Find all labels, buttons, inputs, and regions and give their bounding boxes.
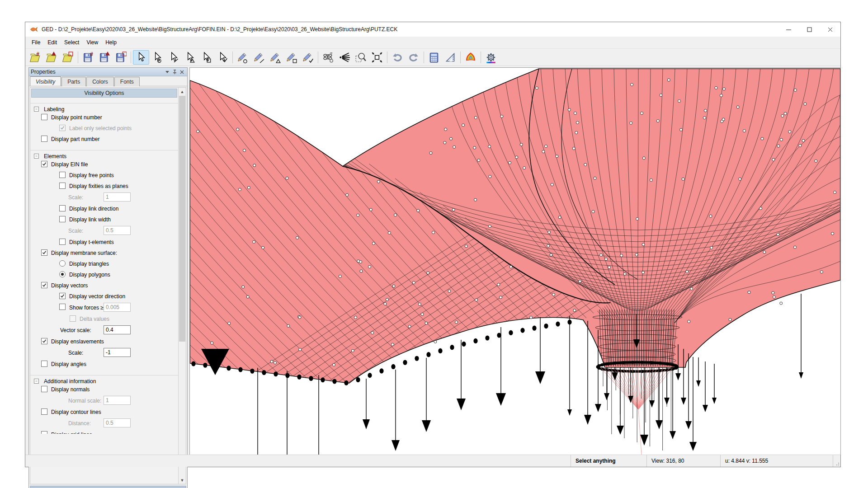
app-window: GED - D:\2_Projekte\Easy\2020\03_26_Webs… (25, 22, 841, 467)
edit-triangles-button[interactable] (267, 50, 283, 65)
select-quads-button[interactable] (198, 50, 214, 65)
orbit-view-button[interactable] (320, 50, 336, 65)
fem-view-button[interactable] (462, 50, 479, 65)
undo-button[interactable] (389, 50, 406, 65)
group-label: Elements (44, 153, 66, 160)
option-label: Display vectors (51, 282, 88, 289)
measure-button[interactable] (442, 50, 458, 65)
collapse-icon[interactable]: − (34, 379, 39, 384)
collapse-icon[interactable]: − (34, 154, 39, 159)
scroll-down-icon[interactable]: ▼ (179, 476, 186, 484)
checkbox[interactable] (41, 361, 47, 367)
measure-icon (444, 52, 456, 63)
edit-points-button[interactable] (235, 50, 251, 65)
edit-elements-button[interactable] (300, 50, 316, 65)
radio-button[interactable] (59, 271, 66, 277)
tab-fonts[interactable]: Fonts (114, 77, 140, 86)
toolbar-separator (232, 52, 233, 63)
open-square-file-button[interactable] (60, 50, 76, 65)
select-elements-button[interactable] (214, 50, 231, 65)
checkbox[interactable] (59, 205, 66, 211)
checkbox[interactable] (59, 183, 66, 189)
radio-display-triangles: Display triangles (30, 258, 178, 269)
radio-button[interactable] (59, 260, 66, 267)
edit-links-button[interactable] (251, 50, 267, 65)
tab-visibility[interactable]: Visibility (30, 76, 61, 86)
fem-view-icon (465, 52, 476, 63)
open-ein-file-icon: # (29, 52, 41, 63)
panel-pin-icon[interactable] (171, 69, 178, 75)
tab-parts[interactable]: Parts (61, 77, 86, 86)
checkbox[interactable] (41, 431, 47, 434)
checkbox[interactable] (41, 338, 47, 344)
option-label: Display enslavements (51, 338, 104, 345)
select-links-button[interactable] (165, 50, 182, 65)
select-triangles-button[interactable] (182, 50, 198, 65)
menu-help[interactable]: Help (102, 38, 120, 47)
checkbox[interactable] (41, 282, 47, 288)
checkbox (59, 125, 66, 131)
zoom-window-button[interactable] (353, 50, 369, 65)
menu-file[interactable]: File (28, 38, 44, 47)
group-labeling: − Labeling (30, 103, 178, 112)
panel-close-icon[interactable] (178, 69, 185, 75)
viewport-3d[interactable] (189, 67, 841, 455)
value-input[interactable] (104, 325, 131, 334)
checkbox[interactable] (59, 239, 66, 245)
open-ein-file-button[interactable]: # (27, 50, 43, 65)
checkbox[interactable] (41, 114, 47, 120)
select-links-icon (168, 52, 179, 63)
checkbox[interactable] (41, 386, 47, 392)
panel-menu-chevron-down-icon[interactable] (164, 69, 171, 75)
undo-icon (392, 52, 403, 63)
select-points-button[interactable] (149, 50, 165, 65)
checkbox[interactable] (59, 304, 66, 310)
option-label: Display t-elements (69, 239, 114, 245)
select-cursor-button[interactable] (133, 50, 149, 65)
toolbar-separator (481, 52, 481, 63)
select-cursor-icon (135, 52, 147, 63)
checkbox[interactable] (59, 216, 66, 222)
save-triangle-file-icon (99, 52, 110, 63)
zoom-extents-button[interactable] (369, 50, 385, 65)
save-triangle-file-button[interactable] (96, 50, 113, 65)
resize-grip[interactable] (833, 455, 840, 467)
menu-select[interactable]: Select (61, 38, 83, 47)
check-display-contour-lines: Display contour lines (30, 407, 178, 418)
checkbox[interactable] (59, 293, 66, 299)
menu-view[interactable]: View (83, 38, 102, 47)
checkbox[interactable] (41, 249, 47, 256)
open-triangle-file-button[interactable] (43, 50, 60, 65)
redo-button[interactable] (406, 50, 422, 65)
checkbox[interactable] (59, 172, 66, 178)
save-ein-file-button[interactable]: # (80, 50, 96, 65)
minimize-button[interactable] (778, 22, 799, 37)
calculator-button[interactable] (426, 50, 442, 65)
scroll-up-icon[interactable]: ▲ (179, 88, 186, 95)
field-scale-: Scale: (30, 347, 178, 359)
edit-quads-button[interactable] (283, 50, 300, 65)
value-input[interactable] (104, 348, 131, 357)
save-square-file-button[interactable] (113, 50, 129, 65)
orbit-view-icon (322, 52, 334, 63)
maximize-button[interactable] (799, 22, 820, 37)
check-display-grid-lines: Display grid lines (30, 429, 178, 434)
checkbox[interactable] (41, 161, 47, 167)
collapse-icon[interactable]: − (34, 107, 39, 112)
toolbar-separator (131, 52, 131, 63)
field-label: Scale: (68, 228, 83, 234)
checkbox[interactable] (41, 408, 47, 415)
zoom-dynamic-button[interactable] (336, 50, 353, 65)
tab-colors[interactable]: Colors (86, 77, 114, 86)
field-scale-: Scale: (30, 225, 178, 237)
zoom-extents-icon (371, 52, 383, 63)
settings-button[interactable] (483, 50, 499, 65)
checkbox[interactable] (41, 136, 47, 142)
close-button[interactable] (820, 22, 840, 37)
menu-edit[interactable]: Edit (44, 38, 61, 47)
option-label: Show forces ≥ (69, 305, 104, 311)
menu-bar: FileEditSelectViewHelp (25, 37, 840, 49)
panel-scrollbar[interactable]: ▲ ▼ (178, 88, 186, 484)
scrollbar-thumb[interactable] (179, 96, 185, 342)
check-display-fixities-as-planes: Display fixities as planes (30, 181, 178, 192)
